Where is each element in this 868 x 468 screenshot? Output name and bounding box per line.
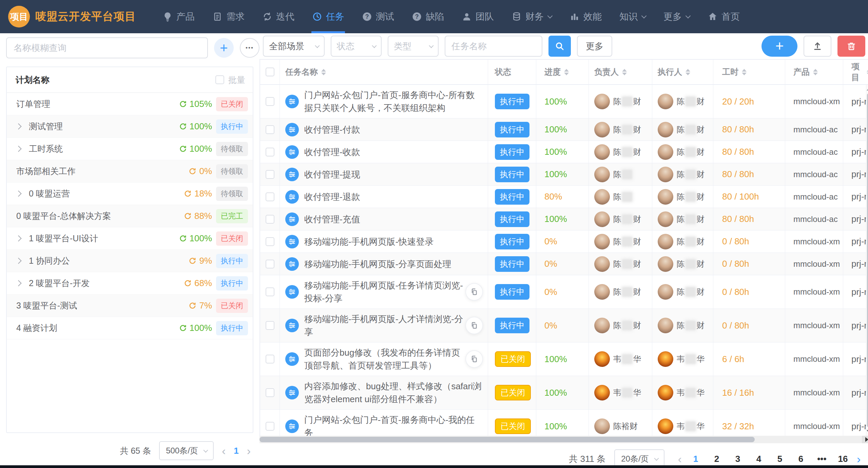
row-checkbox[interactable] — [266, 215, 274, 224]
chevron-right-icon[interactable] — [15, 258, 21, 264]
column-header[interactable]: 进度 — [536, 60, 589, 84]
delete-button[interactable] — [837, 36, 865, 57]
task-name[interactable]: 页面部分bug修改（我发布的任务详情页顶部导航、首页研发管理工具等） — [304, 342, 463, 376]
column-header[interactable]: 负责人 — [589, 60, 652, 84]
table-row[interactable]: 收付管理-充值 执行中 100% 陈 — [260, 208, 868, 230]
task-name[interactable]: 移动端功能-手机网页版-分享页面处理 — [304, 254, 483, 274]
table-row[interactable]: 移动端功能-手机网页版-任务详情页浏览-投标-分享 执行中 0% — [260, 275, 868, 309]
plan-row[interactable]: 0 唛盟运营 18% 待领取 — [7, 183, 253, 205]
table-row[interactable]: 内容添加修改、bug处理、样式修改（safari浏览器对element ui部分… — [260, 376, 868, 410]
page-number[interactable]: 3 — [732, 454, 744, 464]
scroll-up-icon[interactable] — [867, 88, 868, 91]
column-header[interactable]: 工时 — [713, 60, 785, 84]
row-checkbox[interactable] — [266, 170, 274, 179]
row-checkbox[interactable] — [266, 148, 274, 156]
plan-search-input[interactable] — [6, 37, 208, 58]
task-name[interactable]: 门户网站-众包门户-首页-服务商中心-我的任务 — [304, 410, 483, 436]
more-filters-button[interactable]: 更多 — [577, 36, 612, 57]
plan-row[interactable]: 2 唛盟平台-开发 68% 执行中 — [7, 272, 253, 295]
row-checkbox[interactable] — [266, 97, 274, 106]
row-checkbox[interactable] — [266, 125, 274, 134]
type-select[interactable]: 类型 — [388, 36, 439, 57]
search-button[interactable] — [548, 36, 571, 57]
column-header[interactable]: 任务名称 — [280, 60, 488, 84]
row-checkbox[interactable] — [266, 237, 274, 246]
page-number[interactable]: 4 — [753, 454, 765, 464]
plan-row[interactable]: 4 融资计划 100% 执行中 — [7, 317, 253, 339]
batch-checkbox[interactable] — [215, 75, 224, 84]
select-all-checkbox[interactable] — [266, 68, 274, 76]
table-row[interactable]: 收付管理-付款 执行中 100% 陈 — [260, 118, 868, 141]
nav-item-home[interactable]: 首页 — [699, 0, 749, 33]
nav-item-more[interactable]: 更多 — [655, 0, 699, 33]
task-name[interactable]: 收付管理-提现 — [304, 164, 483, 185]
plan-row[interactable]: 市场部相关工作 0% 待领取 — [7, 160, 253, 183]
sort-icon[interactable] — [867, 69, 868, 75]
sort-icon[interactable] — [813, 69, 818, 75]
scroll-right-button[interactable] — [862, 436, 868, 443]
sort-icon[interactable] — [321, 69, 326, 75]
page-number[interactable]: 6 — [795, 454, 807, 464]
sort-icon[interactable] — [742, 69, 747, 75]
next-page-button[interactable]: › — [857, 453, 861, 465]
column-header[interactable]: 项目 — [843, 60, 868, 84]
row-checkbox[interactable] — [266, 321, 274, 330]
plan-page-size-select[interactable]: 500条/页 — [159, 441, 214, 460]
plan-more-button[interactable] — [240, 38, 259, 58]
table-row[interactable]: 移动端功能-手机网页版-快速登录 执行中 0% — [260, 230, 868, 253]
row-checkbox[interactable] — [266, 287, 274, 296]
plan-row[interactable]: 0 唛盟平台-总体解决方案 88% 已完工 — [7, 205, 253, 227]
task-name[interactable]: 收付管理-付款 — [304, 119, 483, 140]
scroll-down-icon[interactable] — [867, 430, 868, 433]
task-name[interactable]: 内容添加修改、bug处理、样式修改（safari浏览器对element ui部分… — [304, 376, 483, 409]
table-row[interactable]: 门户网站-众包门户-首页-服务商中心-所有数据只关联个人账号，不关联组织架构 执… — [260, 85, 868, 118]
plan-row[interactable]: 3 唛盟平台-测试 7% 已关闭 — [7, 295, 253, 317]
row-checkbox[interactable] — [266, 260, 274, 268]
table-row[interactable]: 移动端功能-手机网页版-分享页面处理 执行中 0% — [260, 253, 868, 275]
row-checkbox[interactable] — [266, 355, 274, 363]
nav-item-defect[interactable]: ? 缺陷 — [403, 0, 453, 33]
task-name[interactable]: 收付管理-退款 — [304, 187, 483, 207]
chevron-right-icon[interactable] — [15, 146, 21, 152]
nav-item-performance[interactable]: 效能 — [561, 0, 611, 33]
page-number[interactable]: 5 — [774, 454, 786, 464]
copy-button[interactable] — [465, 283, 483, 301]
copy-button[interactable] — [465, 317, 483, 334]
nav-item-team[interactable]: 团队 — [453, 0, 503, 33]
sort-icon[interactable] — [564, 69, 569, 75]
add-plan-button[interactable] — [214, 38, 234, 58]
plan-row[interactable]: 1 协同办公 9% 执行中 — [7, 250, 253, 272]
add-task-button[interactable] — [761, 36, 797, 57]
horizontal-scrollbar[interactable] — [259, 436, 868, 443]
nav-item-requirement[interactable]: 需求 — [204, 0, 253, 33]
batch-toggle[interactable]: 批量 — [215, 74, 245, 86]
column-header[interactable]: 状态 — [488, 60, 536, 84]
horizontal-scroll-thumb[interactable] — [259, 437, 755, 442]
task-name[interactable]: 收付管理-收款 — [304, 142, 483, 162]
copy-button[interactable] — [465, 350, 483, 368]
page-number[interactable]: 1 — [690, 454, 702, 464]
sort-icon[interactable] — [622, 69, 627, 75]
nav-item-task[interactable]: 任务 — [303, 0, 353, 33]
plan-prev-page-button[interactable]: ‹ — [222, 445, 226, 456]
plan-row[interactable]: 1 唛盟平台-UI设计 100% 已关闭 — [7, 227, 253, 250]
plan-next-page-button[interactable]: › — [247, 445, 251, 456]
row-checkbox[interactable] — [266, 422, 274, 431]
column-header[interactable]: 产品 — [785, 60, 843, 84]
scene-select[interactable]: 全部场景 — [263, 36, 325, 57]
chevron-right-icon[interactable] — [15, 123, 21, 129]
prev-page-button[interactable]: ‹ — [678, 453, 682, 465]
row-checkbox[interactable] — [266, 388, 274, 397]
export-button[interactable] — [804, 36, 831, 57]
plan-current-page[interactable]: 1 — [234, 446, 238, 456]
table-row[interactable]: 门户网站-众包门户-首页-服务商中心-我的任务 已关闭 100% — [260, 410, 868, 436]
nav-item-iteration[interactable]: 迭代 — [253, 0, 303, 33]
table-row[interactable]: 移动端功能-手机网页版-人才详情浏览-分享 执行中 0% — [260, 309, 868, 342]
vertical-scrollbar[interactable] — [866, 85, 868, 436]
table-row[interactable]: 页面部分bug修改（我发布的任务详情页顶部导航、首页研发管理工具等） 已关闭 1… — [260, 342, 868, 376]
task-name[interactable]: 移动端功能-手机网页版-快速登录 — [304, 231, 483, 252]
nav-item-knowledge[interactable]: 知识 — [611, 0, 655, 33]
task-name[interactable]: 门户网站-众包门户-首页-服务商中心-所有数据只关联个人账号，不关联组织架构 — [304, 85, 483, 118]
plan-row[interactable]: 测试管理 100% 执行中 — [7, 115, 253, 138]
row-checkbox[interactable] — [266, 192, 274, 201]
